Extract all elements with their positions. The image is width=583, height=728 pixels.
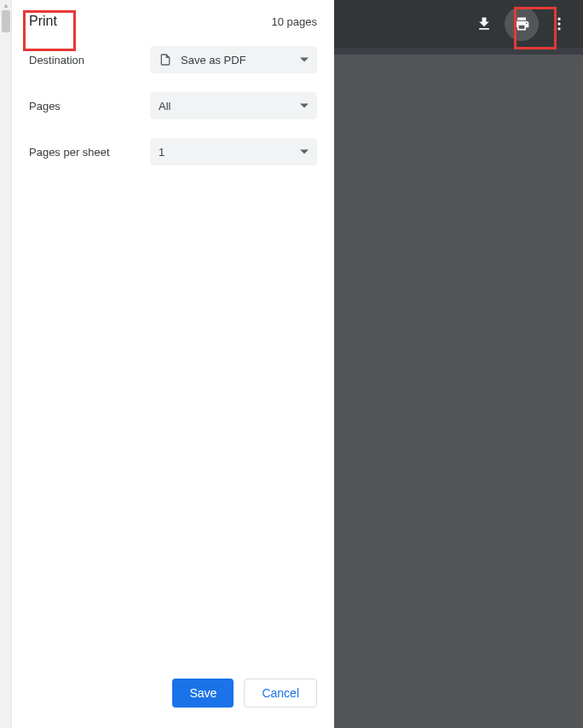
preview-pane — [334, 0, 583, 728]
pages-value: All — [159, 100, 170, 113]
scroll-up-arrow[interactable]: ▲ — [3, 2, 9, 9]
file-icon — [159, 53, 172, 66]
svg-point-1 — [557, 22, 560, 25]
preview-toolbar — [334, 0, 583, 48]
save-button[interactable]: Save — [172, 679, 234, 708]
more-icon — [551, 15, 568, 32]
destination-select[interactable]: Save as PDF — [150, 46, 317, 73]
print-panel: Print 10 pages Destination Save as PDF P… — [12, 0, 334, 728]
page-count-label: 10 pages — [272, 15, 318, 28]
cancel-button[interactable]: Cancel — [244, 679, 317, 708]
pages-row: Pages All — [29, 92, 317, 119]
print-panel-header: Print 10 pages — [12, 0, 334, 46]
print-panel-body: Destination Save as PDF Pages All Pages … — [12, 46, 334, 184]
pages-per-sheet-select[interactable]: 1 — [150, 138, 317, 165]
print-button[interactable] — [505, 7, 539, 41]
destination-label: Destination — [29, 54, 150, 66]
chevron-down-icon — [300, 150, 309, 154]
more-button[interactable] — [542, 7, 576, 41]
print-title: Print — [29, 14, 57, 29]
chevron-down-icon — [300, 58, 309, 62]
download-icon — [476, 15, 493, 32]
print-panel-footer: Save Cancel — [12, 665, 334, 728]
download-button[interactable] — [467, 7, 501, 41]
window-scrollbar[interactable]: ▲ — [0, 0, 12, 728]
destination-value: Save as PDF — [181, 54, 246, 66]
print-icon — [513, 15, 530, 32]
preview-toolbar-shadow — [334, 48, 583, 55]
pages-label: Pages — [29, 100, 150, 113]
pages-per-sheet-label: Pages per sheet — [29, 146, 150, 159]
svg-point-2 — [557, 27, 560, 30]
pages-per-sheet-value: 1 — [159, 146, 165, 159]
scroll-thumb[interactable] — [2, 10, 10, 32]
pages-per-sheet-row: Pages per sheet 1 — [29, 138, 317, 165]
chevron-down-icon — [300, 104, 309, 108]
pages-select[interactable]: All — [150, 92, 317, 119]
svg-point-0 — [557, 18, 560, 20]
destination-row: Destination Save as PDF — [29, 46, 317, 73]
